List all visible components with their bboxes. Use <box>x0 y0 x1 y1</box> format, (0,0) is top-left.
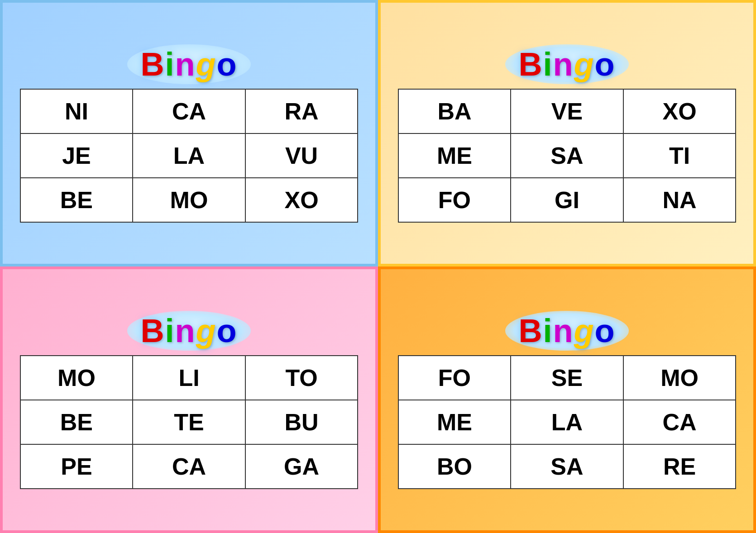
logo-letter-i: i <box>543 313 553 349</box>
cell-2-0-2: XO <box>623 89 736 133</box>
bingo-table-1: NICARAJELAVUBEMOXO <box>20 89 359 223</box>
cell-2-2-0: FO <box>398 178 511 222</box>
cell-3-2-0: PE <box>20 444 133 489</box>
cell-1-0-0: NI <box>20 89 133 133</box>
bingo-table-3: MOLITOBETEBUPECAGA <box>20 355 359 489</box>
bingo-logo-4: Bingo <box>519 313 616 349</box>
logo-wrapper-4: Bingo <box>505 311 629 351</box>
logo-letter-b: B <box>141 46 165 82</box>
cell-3-2-1: CA <box>133 444 245 489</box>
logo-letter-o: o <box>217 313 238 349</box>
logo-letter-g: g <box>196 313 217 349</box>
bingo-card-1: Bingo NICARAJELAVUBEMOXO <box>0 0 378 266</box>
cell-2-1-0: ME <box>398 133 511 178</box>
cell-2-2-1: GI <box>511 178 623 222</box>
logo-letter-g: g <box>196 46 217 82</box>
logo-letter-i: i <box>165 313 175 349</box>
cell-2-0-1: VE <box>511 89 623 133</box>
cell-4-0-1: SE <box>511 356 623 400</box>
cell-4-2-2: RE <box>623 444 736 489</box>
cell-4-1-1: LA <box>511 400 623 444</box>
cell-1-0-2: RA <box>245 89 358 133</box>
bingo-logo-2: Bingo <box>519 46 616 82</box>
cell-1-2-1: MO <box>133 178 245 222</box>
bingo-table-2: BAVEXOMESATIFOGINA <box>398 89 737 223</box>
logo-letter-b: B <box>519 46 543 82</box>
logo-wrapper-1: Bingo <box>127 44 251 84</box>
cell-3-1-2: BU <box>245 400 358 444</box>
bingo-card-3: Bingo MOLITOBETEBUPECAGA <box>0 266 378 533</box>
cell-4-2-1: SA <box>511 444 623 489</box>
bingo-logo-1: Bingo <box>141 46 238 82</box>
bingo-table-4: FOSEMOMELACABOSARE <box>398 355 737 489</box>
cell-2-1-2: TI <box>623 133 736 178</box>
bingo-card-4: Bingo FOSEMOMELACABOSARE <box>378 266 756 533</box>
logo-letter-n: n <box>175 313 196 349</box>
logo-letter-n: n <box>553 46 574 82</box>
logo-letter-i: i <box>165 46 175 82</box>
logo-letter-b: B <box>141 313 165 349</box>
cell-1-0-1: CA <box>133 89 245 133</box>
bingo-logo-3: Bingo <box>141 313 238 349</box>
cell-1-1-2: VU <box>245 133 358 178</box>
cell-3-0-2: TO <box>245 356 358 400</box>
logo-wrapper-3: Bingo <box>127 311 251 351</box>
cell-1-1-0: JE <box>20 133 133 178</box>
cell-4-0-2: MO <box>623 356 736 400</box>
cell-3-0-1: LI <box>133 356 245 400</box>
cell-3-1-1: TE <box>133 400 245 444</box>
bingo-card-2: Bingo BAVEXOMESATIFOGINA <box>378 0 756 266</box>
logo-letter-n: n <box>553 313 574 349</box>
cell-4-2-0: BO <box>398 444 511 489</box>
logo-letter-i: i <box>543 46 553 82</box>
cell-4-1-0: ME <box>398 400 511 444</box>
cell-3-1-0: BE <box>20 400 133 444</box>
cell-2-0-0: BA <box>398 89 511 133</box>
cell-2-1-1: SA <box>511 133 623 178</box>
cell-1-1-1: LA <box>133 133 245 178</box>
logo-letter-o: o <box>217 46 238 82</box>
cell-1-2-2: XO <box>245 178 358 222</box>
logo-letter-g: g <box>574 313 595 349</box>
logo-wrapper-2: Bingo <box>505 44 629 84</box>
logo-letter-b: B <box>519 313 543 349</box>
cell-2-2-2: NA <box>623 178 736 222</box>
logo-letter-o: o <box>595 46 616 82</box>
cell-4-1-2: CA <box>623 400 736 444</box>
logo-letter-n: n <box>175 46 196 82</box>
cell-1-2-0: BE <box>20 178 133 222</box>
cell-3-0-0: MO <box>20 356 133 400</box>
cell-4-0-0: FO <box>398 356 511 400</box>
cell-3-2-2: GA <box>245 444 358 489</box>
logo-letter-g: g <box>574 46 595 82</box>
logo-letter-o: o <box>595 313 616 349</box>
